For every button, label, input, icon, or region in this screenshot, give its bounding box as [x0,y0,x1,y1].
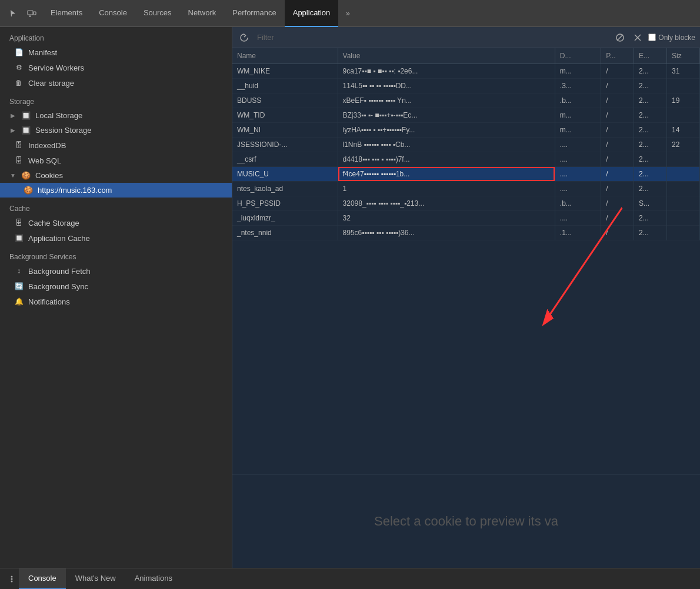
cookie-size-cell [667,108,700,123]
filter-input[interactable] [255,32,609,43]
cookie-name-cell: BDUSS [232,93,338,108]
cookie-value-cell: l1NnB ▪▪▪▪▪▪ ▪▪▪▪ ▪Cb... [338,138,555,152]
sidebar-item-app-cache[interactable]: 🔲 Application Cache [0,230,232,246]
cookie-table-wrapper: Name Value D... P... E... Siz WM_NIKE9ca… [232,48,700,474]
sidebar-item-label: Clear storage [28,79,74,88]
cookie-value-cell: BZj33▪▪ ▪- ■▪▪▪+▪-▪▪▪Ec... [338,108,555,123]
table-row[interactable]: MUSIC_Uf4ce47▪▪▪▪▪▪ ▪▪▪▪▪▪1b......./2... [232,167,700,182]
cookie-domain-cell: .b... [555,93,601,108]
cookie-child-icon: 🍪 [24,186,33,195]
only-blocked-checkbox[interactable] [648,34,656,41]
cookie-path-cell: / [601,182,634,196]
tab-elements[interactable]: Elements [42,0,91,27]
sidebar-item-cache-storage[interactable]: 🗄 Cache Storage [0,215,232,230]
col-header-name: Name [232,48,338,64]
table-row[interactable]: JSESSIONID-...l1NnB ▪▪▪▪▪▪ ▪▪▪▪ ▪Cb.....… [232,138,700,152]
cookie-value-cell: 1 [338,182,555,196]
sidebar-item-bg-fetch[interactable]: ↕ Background Fetch [0,263,232,279]
cookie-path-cell: / [601,196,634,211]
cookie-name-cell: WM_NIKE [232,64,338,79]
svg-rect-1 [34,12,36,15]
sidebar-item-indexeddb[interactable]: 🗄 IndexedDB [0,138,232,153]
notifications-icon: 🔔 [14,297,24,306]
cookie-path-cell: / [601,93,634,108]
more-tabs-button[interactable]: » [339,5,356,22]
table-row[interactable]: H_PS_PSSID32098_▪▪▪▪ ▪▪▪▪ ▪▪▪▪_▪213....b… [232,196,700,211]
only-blocked-container: Only blocke [648,34,695,42]
tab-performance[interactable]: Performance [224,0,284,27]
cookie-value-cell: f4ce47▪▪▪▪▪▪ ▪▪▪▪▪▪1b... [338,167,555,182]
col-header-expires: E... [634,48,667,64]
bottom-tab-label: What's New [75,574,116,583]
cookie-expires-cell: 2... [634,182,667,196]
svg-point-9 [11,575,13,577]
web-sql-icon: 🗄 [14,156,24,165]
table-row[interactable]: WM_TIDBZj33▪▪ ▪- ■▪▪▪+▪-▪▪▪Ec...m.../2..… [232,108,700,123]
tab-sources[interactable]: Sources [135,0,180,27]
sidebar-item-music163[interactable]: 🍪 https://music.163.com [0,183,232,198]
clear-icon[interactable] [631,31,645,45]
cookie-domain-cell: .... [555,152,601,167]
cookie-size-cell [667,182,700,196]
main-content: Application 📄 Manifest ⚙ Service Workers… [0,27,700,568]
menu-dots-button[interactable] [5,572,19,586]
cookie-size-cell [667,196,700,211]
sidebar-item-cookies[interactable]: ▼ 🍪 Cookies [0,168,232,183]
bottom-tab-console[interactable]: Console [19,568,66,590]
cookie-domain-cell: .... [555,167,601,182]
cookie-name-cell: WM_NI [232,123,338,138]
block-icon[interactable] [613,31,627,45]
table-row[interactable]: WM_NIKE9ca17▪▪■ ▪ ■▪▪ ▪▪: ▪2e6...m.../2.… [232,64,700,79]
table-row[interactable]: __csrfd4418▪▪▪ ▪▪▪ ▪ ▪▪▪▪)7f......./2... [232,152,700,167]
table-row[interactable]: BDUSSxBeEF▪ ▪▪▪▪▪▪ ▪▪▪▪ Yn....b.../2...1… [232,93,700,108]
table-row[interactable]: WM_NIiyzHA▪▪▪▪ ▪ ▪▪+▪▪▪▪▪▪Fy...m.../2...… [232,123,700,138]
preview-text: Select a cookie to preview its va [374,514,558,529]
cookie-domain-cell: .b... [555,196,601,211]
device-icon[interactable] [24,5,40,22]
table-row[interactable]: _ntes_nnid895c6▪▪▪▪▪ ▪▪▪ ▪▪▪▪▪)36....1..… [232,226,700,240]
cookie-name-cell: _ntes_nnid [232,226,338,240]
sidebar-item-bg-sync[interactable]: 🔄 Background Sync [0,279,232,294]
bottom-tab-animations[interactable]: Animations [125,568,182,590]
cookie-domain-cell: .... [555,211,601,226]
session-storage-icon: 🔲 [21,126,31,135]
cursor-icon[interactable] [5,5,21,22]
cookie-path-cell: / [601,211,634,226]
table-row[interactable]: ntes_kaola_ad1..../2... [232,182,700,196]
tab-network[interactable]: Network [180,0,225,27]
top-tabbar: Elements Console Sources Network Perform… [0,0,700,27]
sidebar-item-manifest[interactable]: 📄 Manifest [0,45,232,60]
cookie-size-cell: 19 [667,93,700,108]
bg-sync-icon: 🔄 [14,282,24,291]
sidebar-item-notifications[interactable]: 🔔 Notifications [0,294,232,309]
cookie-expires-cell: 2... [634,108,667,123]
sidebar-item-label: IndexedDB [28,141,66,150]
table-row[interactable]: __huid114L5▪▪ ▪▪ ▪▪ ▪▪▪▪▪DD....3.../2... [232,79,700,93]
sidebar-item-web-sql[interactable]: 🗄 Web SQL [0,153,232,168]
sidebar-item-label: Local Storage [35,111,82,120]
bottom-tab-whats-new[interactable]: What's New [66,568,125,590]
filter-bar: Only blocke [232,27,700,48]
cookies-icon: 🍪 [21,171,31,180]
sidebar-item-clear-storage[interactable]: 🗑 Clear storage [0,75,232,91]
sidebar-cache-title: Cache [0,198,232,215]
only-blocked-label: Only blocke [658,34,695,42]
refresh-button[interactable] [237,31,251,45]
tab-application[interactable]: Application [285,0,339,27]
table-row[interactable]: _iuqxldmzr_32..../2... [232,211,700,226]
cookie-expires-cell: 2... [634,93,667,108]
sidebar-bg-services-title: Background Services [0,246,232,263]
sidebar-item-session-storage[interactable]: ▶ 🔲 Session Storage [0,123,232,138]
cookie-name-cell: __huid [232,79,338,93]
sidebar-app-title: Application [0,27,232,45]
sidebar-item-local-storage[interactable]: ▶ 🔲 Local Storage [0,108,232,123]
expand-arrow-icon: ▶ [9,127,16,134]
cookie-domain-cell: .3... [555,79,601,93]
sidebar-item-service-workers[interactable]: ⚙ Service Workers [0,60,232,75]
expand-arrow-icon: ▶ [9,112,16,119]
service-workers-icon: ⚙ [14,63,24,72]
cookie-expires-cell: 2... [634,167,667,182]
tab-console[interactable]: Console [91,0,135,27]
expand-arrow-icon: ▼ [9,172,16,179]
red-highlight-box [338,167,555,181]
